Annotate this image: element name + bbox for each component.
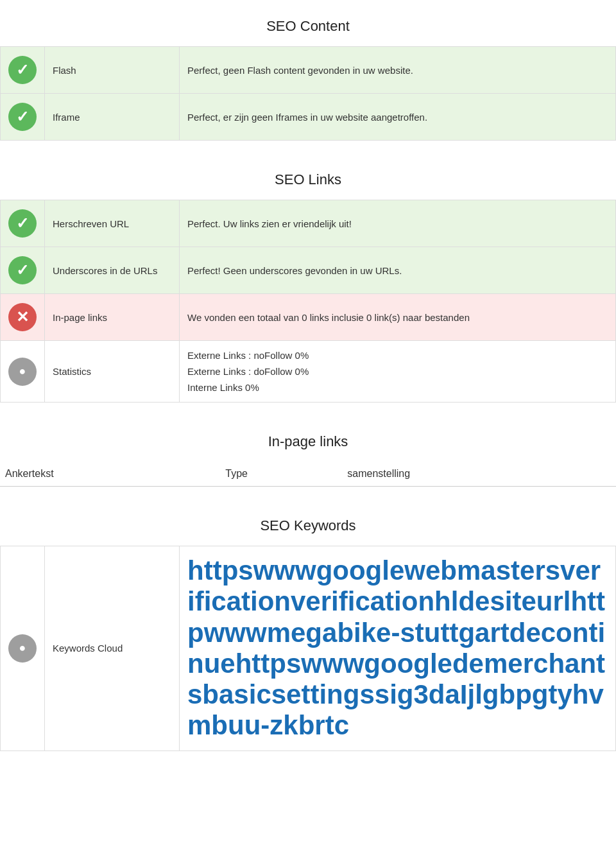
stat-line-3: Interne Links 0% xyxy=(187,382,608,393)
table-row: ✕ In-page links We vonden een totaal van… xyxy=(1,294,616,341)
row-label: Keywords Cloud xyxy=(45,546,180,751)
seo-links-title: SEO Links xyxy=(0,153,616,200)
icon-cell: ✓ xyxy=(1,94,45,141)
seo-content-table: ✓ Flash Perfect, geen Flash content gevo… xyxy=(0,46,616,141)
row-label: In-page links xyxy=(45,294,180,341)
row-value: Perfect! Geen underscores gevonden in uw… xyxy=(180,247,616,294)
neutral-icon: ● xyxy=(8,634,37,663)
seo-links-table: ✓ Herschreven URL Perfect. Uw links zien… xyxy=(0,200,616,403)
check-icon: ✓ xyxy=(8,103,37,131)
stat-line-2: Externe Links : doFollow 0% xyxy=(187,366,608,377)
inpage-links-title: In-page links xyxy=(0,415,616,462)
table-row: ✓ Herschreven URL Perfect. Uw links zien… xyxy=(1,200,616,247)
row-label: Underscores in de URLs xyxy=(45,247,180,294)
table-row: ● Keywords Cloud httpswwwgooglewebmaster… xyxy=(1,546,616,751)
icon-cell: ✕ xyxy=(1,294,45,341)
row-value: Perfect. Uw links zien er vriendelijk ui… xyxy=(180,200,616,247)
neutral-icon: ● xyxy=(8,358,37,386)
row-value: Perfect, er zijn geen Iframes in uw webs… xyxy=(180,94,616,141)
check-icon: ✓ xyxy=(8,209,37,238)
row-label: Iframe xyxy=(45,94,180,141)
row-value: Externe Links : noFollow 0% Externe Link… xyxy=(180,341,616,403)
keywords-cloud-cell: httpswwwgooglewebmastersverificationveri… xyxy=(180,546,616,751)
row-value: Perfect, geen Flash content gevonden in … xyxy=(180,47,616,94)
icon-cell: ✓ xyxy=(1,247,45,294)
col-type: Type xyxy=(220,462,342,487)
col-samenstelling: samenstelling xyxy=(342,462,616,487)
row-label: Statistics xyxy=(45,341,180,403)
table-header-row: Ankertekst Type samenstelling xyxy=(0,462,616,487)
table-row: ✓ Iframe Perfect, er zijn geen Iframes i… xyxy=(1,94,616,141)
table-row: ✓ Flash Perfect, geen Flash content gevo… xyxy=(1,47,616,94)
col-ankertekst: Ankertekst xyxy=(0,462,220,487)
inpage-links-table: Ankertekst Type samenstelling xyxy=(0,462,616,487)
icon-cell: ✓ xyxy=(1,47,45,94)
keywords-cloud: httpswwwgooglewebmastersverificationveri… xyxy=(187,555,608,742)
seo-keywords-table: ● Keywords Cloud httpswwwgooglewebmaster… xyxy=(0,546,616,751)
row-label: Flash xyxy=(45,47,180,94)
table-row: ● Statistics Externe Links : noFollow 0%… xyxy=(1,341,616,403)
icon-cell: ● xyxy=(1,341,45,403)
icon-cell: ● xyxy=(1,546,45,751)
row-value: We vonden een totaal van 0 links inclusi… xyxy=(180,294,616,341)
seo-keywords-title: SEO Keywords xyxy=(0,499,616,546)
row-label: Herschreven URL xyxy=(45,200,180,247)
cross-icon: ✕ xyxy=(8,303,37,331)
table-row: ✓ Underscores in de URLs Perfect! Geen u… xyxy=(1,247,616,294)
check-icon: ✓ xyxy=(8,56,37,84)
seo-content-title: SEO Content xyxy=(0,0,616,46)
stat-line-1: Externe Links : noFollow 0% xyxy=(187,350,608,361)
icon-cell: ✓ xyxy=(1,200,45,247)
check-icon: ✓ xyxy=(8,256,37,284)
